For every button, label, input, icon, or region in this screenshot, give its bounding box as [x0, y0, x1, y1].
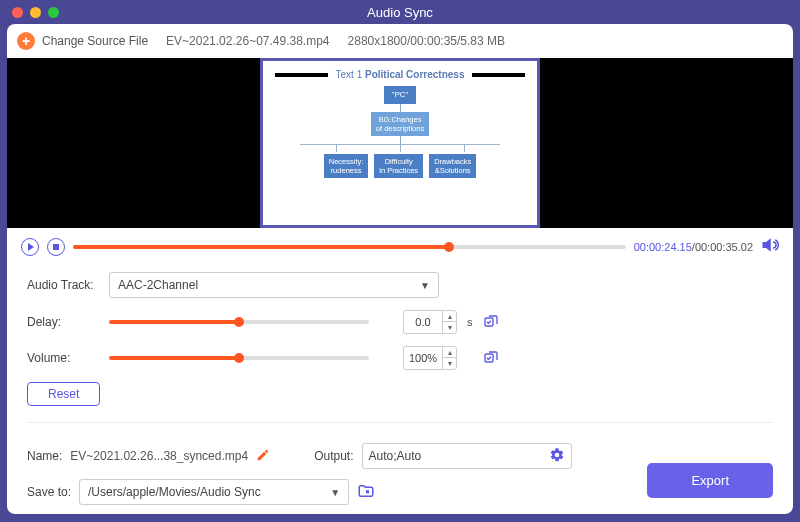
volume-spinner[interactable]: 100% ▴ ▾ — [403, 346, 457, 370]
delay-step-down[interactable]: ▾ — [443, 322, 456, 333]
output-name-value: EV~2021.02.26...38_synced.mp4 — [70, 449, 248, 463]
delay-unit: s — [467, 316, 473, 328]
open-folder-icon[interactable] — [357, 482, 375, 503]
volume-step-down[interactable]: ▾ — [443, 358, 456, 369]
app-title: Audio Sync — [0, 5, 800, 20]
edit-name-icon[interactable] — [256, 448, 270, 465]
gear-icon[interactable] — [549, 447, 565, 466]
time-display: 00:00:24.15/00:00:35.02 — [634, 241, 753, 253]
diagram-box-difficulty: Difficulty in Practices — [374, 154, 423, 178]
source-filename: EV~2021.02.26~07.49.38.mp4 — [166, 34, 329, 48]
volume-slider-knob[interactable] — [234, 353, 244, 363]
delay-slider[interactable] — [109, 320, 369, 324]
export-button[interactable]: Export — [647, 463, 773, 498]
stop-button[interactable] — [47, 238, 65, 256]
titlebar: Audio Sync — [0, 0, 800, 24]
svg-marker-0 — [763, 240, 770, 251]
volume-label: Volume: — [27, 351, 99, 365]
progress-knob[interactable] — [444, 242, 454, 252]
volume-apply-all-icon[interactable] — [483, 350, 499, 366]
chevron-down-icon: ▼ — [330, 487, 340, 498]
header-row: + Change Source File EV~2021.02.26~07.49… — [7, 24, 793, 58]
delay-label: Delay: — [27, 315, 99, 329]
play-button[interactable] — [21, 238, 39, 256]
saveto-select[interactable]: /Users/apple/Movies/Audio Sync ▼ — [79, 479, 349, 505]
volume-slider[interactable] — [109, 356, 369, 360]
time-current: 00:00:24.15 — [634, 241, 692, 253]
thumb-heading: Text 1 Political Correctness — [336, 69, 465, 80]
play-icon — [28, 243, 34, 251]
output-format-value: Auto;Auto — [369, 449, 422, 463]
video-preview[interactable]: Text 1 Political Correctness "PC" BG:Cha… — [7, 58, 793, 228]
diagram-box-pc: "PC" — [384, 86, 417, 104]
controls: Audio Track: AAC-2Channel ▼ Delay: 0.0 ▴… — [7, 266, 793, 437]
divider — [27, 422, 773, 423]
progress-slider[interactable] — [73, 245, 626, 249]
player-bar: 00:00:24.15/00:00:35.02 — [7, 228, 793, 266]
saveto-label: Save to: — [27, 485, 71, 499]
output-format-box[interactable]: Auto;Auto — [362, 443, 572, 469]
source-fileinfo: 2880x1800/00:00:35/5.83 MB — [348, 34, 505, 48]
delay-apply-all-icon[interactable] — [483, 314, 499, 330]
delay-slider-knob[interactable] — [234, 317, 244, 327]
audio-track-label: Audio Track: — [27, 278, 99, 292]
time-total: /00:00:35.02 — [692, 241, 753, 253]
reset-button[interactable]: Reset — [27, 382, 100, 406]
video-thumbnail: Text 1 Political Correctness "PC" BG:Cha… — [260, 58, 540, 228]
volume-value: 100% — [404, 352, 442, 364]
saveto-path: /Users/apple/Movies/Audio Sync — [88, 485, 261, 499]
volume-icon[interactable] — [761, 236, 779, 258]
change-source-label: Change Source File — [42, 34, 148, 48]
diagram-box-bg: BG:Changes of descriptions — [371, 112, 429, 136]
volume-step-up[interactable]: ▴ — [443, 347, 456, 358]
delay-value: 0.0 — [404, 316, 442, 328]
stop-icon — [53, 244, 59, 250]
change-source-button[interactable]: + Change Source File — [17, 32, 148, 50]
delay-step-up[interactable]: ▴ — [443, 311, 456, 322]
output-label: Output: — [314, 449, 353, 463]
diagram-box-drawbacks: Drawbacks &Solutions — [429, 154, 476, 178]
delay-spinner[interactable]: 0.0 ▴ ▾ — [403, 310, 457, 334]
main-panel: + Change Source File EV~2021.02.26~07.49… — [7, 24, 793, 514]
chevron-down-icon: ▼ — [420, 280, 430, 291]
plus-icon: + — [17, 32, 35, 50]
audio-track-value: AAC-2Channel — [118, 278, 198, 292]
diagram-box-necessity: Necessity: rudeness — [324, 154, 369, 178]
audio-track-select[interactable]: AAC-2Channel ▼ — [109, 272, 439, 298]
name-label: Name: — [27, 449, 62, 463]
